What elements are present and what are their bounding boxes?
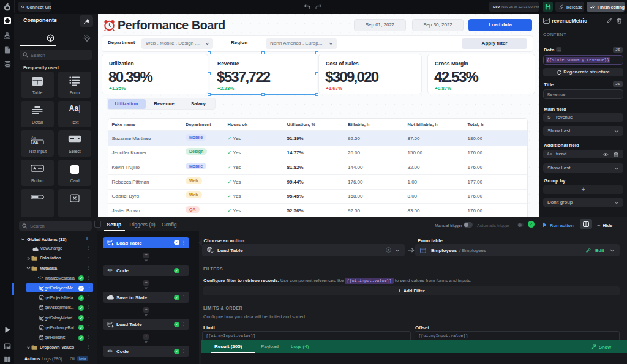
svg-text:Aa: Aa [31,136,36,139]
svg-text:Aa: Aa [33,140,39,144]
